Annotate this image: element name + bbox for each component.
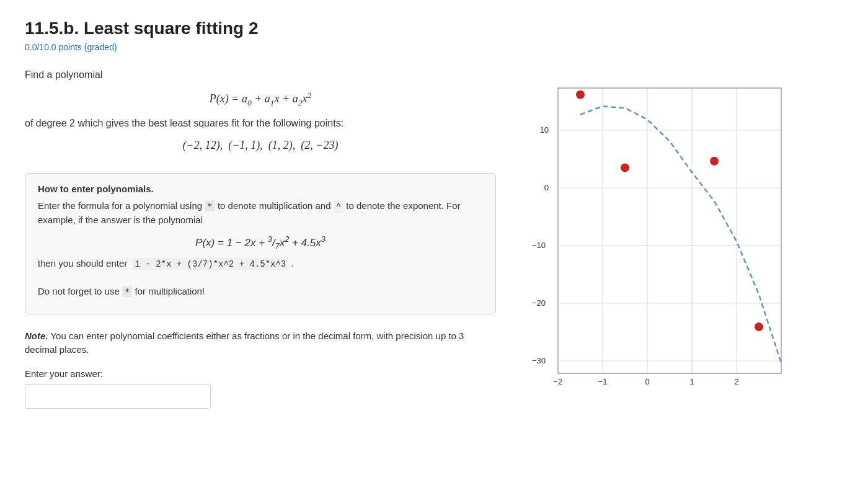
example-formula: P(x) = 1 − 2x + 3/7x2 + 4.5x3	[38, 234, 483, 251]
main-formula: P(x) = a0 + a1x + a2x2	[25, 91, 496, 108]
page-title: 11.5.b. Least square fitting 2	[25, 19, 843, 38]
hint-then-line: then you should enter 1 - 2*x + (3/7)*x^…	[38, 258, 483, 269]
answer-input[interactable]	[25, 384, 211, 409]
svg-text:10: 10	[540, 125, 549, 135]
svg-text:−20: −20	[532, 298, 546, 308]
data-point-4	[755, 322, 763, 331]
score-display: 0.0/10.0 points (graded)	[25, 42, 843, 52]
svg-text:−1: −1	[598, 377, 608, 386]
left-panel: Find a polynomial P(x) = a0 + a1x + a2x2…	[25, 69, 496, 409]
svg-rect-0	[558, 88, 781, 373]
data-point-3	[710, 157, 719, 166]
svg-text:1: 1	[689, 377, 694, 386]
data-points: (−2, 12), (−1, 1), (1, 2), (2, −23)	[25, 139, 496, 152]
reminder-star: *	[122, 286, 132, 297]
entry-code: 1 - 2*x + (3/7)*x^2 + 4.5*x^3	[133, 258, 289, 270]
svg-text:2: 2	[734, 377, 738, 386]
svg-text:0: 0	[645, 377, 649, 386]
intro-text-2: of degree 2 which gives the best least s…	[25, 118, 496, 129]
star-symbol: *	[205, 200, 215, 211]
hint-title: How to enter polynomials.	[38, 184, 483, 194]
svg-text:−30: −30	[532, 356, 546, 365]
svg-text:−10: −10	[532, 241, 546, 250]
data-point-2	[621, 163, 629, 172]
data-point-1	[576, 91, 585, 99]
hint-box: How to enter polynomials. Enter the form…	[25, 173, 496, 314]
intro-text-1: Find a polynomial	[25, 69, 496, 81]
hint-reminder: Do not forget to use * for multiplicatio…	[38, 285, 483, 299]
svg-text:0: 0	[544, 183, 549, 192]
graph-svg: 10 0 −10 −20 −30 −2 −1 0 1 2	[521, 76, 794, 398]
graph-container: 10 0 −10 −20 −30 −2 −1 0 1 2	[521, 76, 794, 398]
caret-symbol: ^	[334, 200, 343, 213]
svg-text:−2: −2	[554, 377, 563, 386]
answer-label: Enter your answer:	[25, 368, 496, 379]
note-block: Note. You can enter polynomial coefficie…	[25, 329, 496, 357]
right-panel: 10 0 −10 −20 −30 −2 −1 0 1 2	[521, 69, 843, 398]
hint-line1: Enter the formula for a polynomial using…	[38, 199, 483, 228]
